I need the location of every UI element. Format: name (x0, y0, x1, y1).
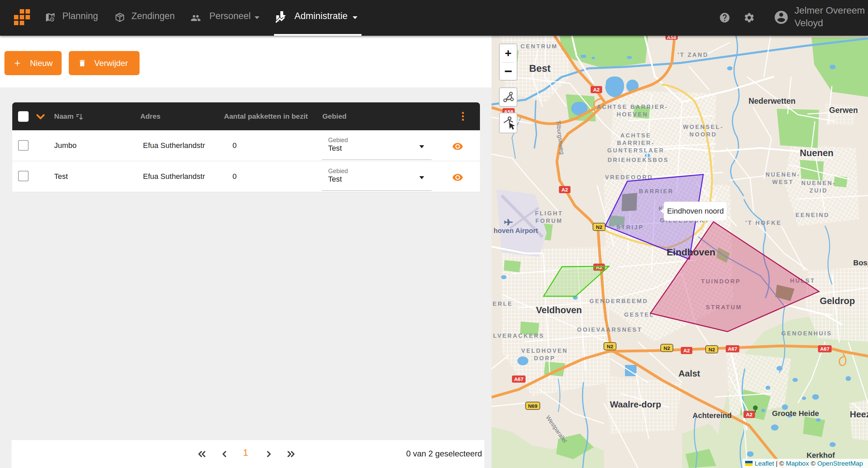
svg-text:ZUID: ZUID (809, 187, 828, 194)
svg-text:A2: A2 (746, 412, 752, 417)
svg-text:WEST: WEST (772, 179, 793, 185)
svg-text:Eindhoven noord: Eindhoven noord (667, 207, 724, 215)
svg-text:Best: Best (529, 63, 551, 74)
svg-text:FORUM: FORUM (535, 218, 563, 224)
svg-text:CENTRUM: CENTRUM (520, 43, 558, 50)
svg-text:GESTEL: GESTEL (624, 312, 654, 318)
svg-text:A2: A2 (683, 348, 690, 353)
svg-text:BARRIER: BARRIER (639, 188, 674, 195)
svg-text:A67: A67 (728, 346, 737, 352)
svg-text:'T HOFKE: 'T HOFKE (745, 220, 782, 226)
svg-text:GENOENHUIS: GENOENHUIS (781, 330, 832, 337)
svg-text:N2: N2 (596, 224, 602, 230)
svg-text:Geldrop: Geldrop (820, 296, 855, 306)
svg-text:Bosp: Bosp (853, 258, 868, 267)
svg-text:A2: A2 (593, 87, 599, 93)
svg-text:LVERACKERS: LVERACKERS (493, 333, 545, 339)
svg-text:HOEVEN: HOEVEN (617, 111, 648, 118)
svg-text:N69: N69 (528, 403, 537, 409)
svg-text:A58: A58 (667, 36, 676, 40)
svg-text:Gerwen: Gerwen (829, 106, 858, 115)
svg-text:A67: A67 (820, 346, 830, 352)
svg-text:BARRIER-: BARRIER- (617, 140, 655, 146)
svg-text:N2: N2 (607, 344, 613, 349)
svg-text:STRIJP: STRIJP (616, 224, 644, 231)
svg-text:Aalst: Aalst (678, 368, 700, 379)
svg-text:DORP: DORP (534, 355, 555, 362)
svg-text:STRATUM: STRATUM (706, 304, 742, 311)
svg-text:TUINDORP: TUINDORP (701, 278, 741, 285)
svg-text:Nederwetten: Nederwetten (749, 97, 795, 105)
svg-text:hoven Airport: hoven Airport (494, 227, 538, 234)
svg-text:NUENEN-: NUENEN- (801, 180, 836, 186)
svg-text:N2: N2 (708, 347, 715, 352)
svg-text:Eindhoven: Eindhoven (666, 247, 715, 257)
svg-text:Kerkhof: Kerkhof (806, 451, 835, 459)
svg-text:Nuenen: Nuenen (800, 148, 833, 158)
svg-text:N2: N2 (663, 345, 670, 351)
svg-text:Heeze: Heeze (850, 409, 868, 419)
svg-text:VELDHOVEN: VELDHOVEN (521, 348, 568, 354)
svg-text:ACHTSE: ACHTSE (621, 132, 652, 139)
svg-text:OOIEVAARSNEST: OOIEVAARSNEST (577, 327, 642, 333)
svg-text:Waalre-dorp: Waalre-dorp (610, 399, 661, 410)
svg-text:GENDERBEEMD: GENDERBEEMD (590, 298, 648, 304)
svg-text:NOORD: NOORD (690, 131, 717, 138)
svg-text:A67: A67 (514, 376, 524, 382)
svg-text:Groote Heide: Groote Heide (772, 409, 819, 418)
svg-text:ACHTSE BARRIER-: ACHTSE BARRIER- (597, 104, 668, 110)
svg-text:'T ZAND: 'T ZAND (678, 52, 709, 58)
svg-text:A2: A2 (561, 187, 568, 193)
svg-text:GUNTERSLAER: GUNTERSLAER (607, 147, 664, 154)
svg-text:ERLE: ERLE (493, 301, 513, 307)
svg-text:WOENSEL-: WOENSEL- (683, 124, 724, 130)
svg-text:Achtereind: Achtereind (693, 411, 732, 420)
svg-text:EENEIND: EENEIND (795, 212, 830, 218)
svg-text:NUENEN-: NUENEN- (766, 171, 800, 178)
svg-text:Veldhoven: Veldhoven (536, 305, 582, 315)
svg-text:FLIGHT: FLIGHT (535, 210, 563, 217)
svg-text:DRIEHOEKSBOS: DRIEHOEKSBOS (608, 157, 669, 163)
